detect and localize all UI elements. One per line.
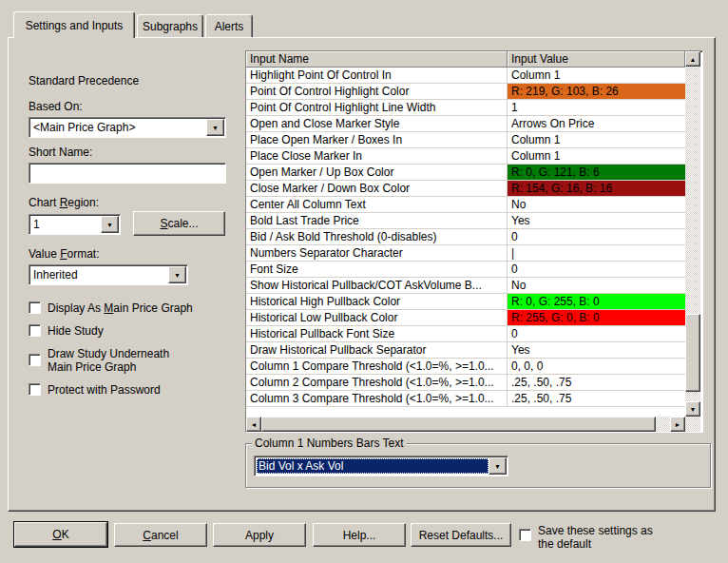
input-value-cell[interactable]: Column 1 <box>508 132 685 148</box>
column1-numbers-bars-dropdown-button[interactable]: ▼ <box>489 457 507 475</box>
input-value-cell[interactable]: 1 <box>508 100 685 116</box>
input-value-cell[interactable]: 0, 0, 0 <box>508 359 685 375</box>
display-as-main-price-graph-checkbox[interactable] <box>29 301 41 314</box>
horizontal-scrollbar-thumb[interactable] <box>261 417 656 432</box>
table-row[interactable]: Place Close Marker InColumn 1 <box>246 148 685 165</box>
scroll-up-button[interactable]: ▲ <box>685 51 700 67</box>
input-value-cell[interactable]: No <box>508 278 685 294</box>
scroll-down-button[interactable]: ▼ <box>685 401 700 417</box>
table-row[interactable]: Open and Close Marker StyleArrows On Pri… <box>246 116 685 132</box>
scroll-right-button[interactable]: ► <box>670 417 685 432</box>
input-name-cell[interactable]: Center All Column Text <box>246 197 508 213</box>
scroll-right-icon: ► <box>675 421 681 428</box>
table-row[interactable]: Draw Historical Pullback SeparatorYes <box>246 342 685 359</box>
table-row[interactable]: Open Marker / Up Box ColorR: 0, G: 121, … <box>246 165 685 181</box>
chart-region-dropdown-button[interactable]: ▼ <box>101 216 119 233</box>
input-value-cell[interactable]: R: 154, G: 16, B: 16 <box>508 181 685 197</box>
table-row[interactable]: Historical Pullback Font Size0 <box>246 326 685 342</box>
input-value-cell[interactable]: Column 1 <box>508 148 685 165</box>
input-name-cell[interactable]: Font Size <box>246 262 508 278</box>
input-value-cell[interactable]: .25, .50, .75 <box>508 375 685 391</box>
value-format-dropdown-button[interactable]: ▼ <box>168 266 186 283</box>
table-row[interactable]: Point Of Control Highlight ColorR: 219, … <box>246 84 685 100</box>
table-row[interactable]: Highlight Point Of Control InColumn 1 <box>246 68 685 84</box>
column-header-input-value[interactable]: Input Value <box>508 51 685 68</box>
input-name-cell[interactable]: Close Marker / Down Box Color <box>246 181 508 197</box>
input-value-cell[interactable]: R: 219, G: 103, B: 26 <box>508 84 685 100</box>
based-on-dropdown-button[interactable]: ▼ <box>206 119 224 136</box>
input-value-cell[interactable]: R: 255, G: 0, B: 0 <box>508 310 685 326</box>
ok-button[interactable]: OK <box>14 522 107 547</box>
short-name-input[interactable] <box>29 163 226 184</box>
study-settings-dialog: Settings and Inputs Subgraphs Alerts Sta… <box>0 0 728 563</box>
value-format-combobox[interactable]: Inherited ▼ <box>29 264 188 285</box>
input-name-cell[interactable]: Historical Pullback Font Size <box>246 326 508 342</box>
table-row[interactable]: Center All Column TextNo <box>246 197 685 213</box>
column-header-input-name[interactable]: Input Name <box>246 51 508 68</box>
table-row[interactable]: Show Historical Pullback/COT AskVolume B… <box>246 278 685 294</box>
input-name-cell[interactable]: Place Close Marker In <box>246 148 508 165</box>
input-name-cell[interactable]: Column 1 Compare Threshold (<1.0=%, >=1.… <box>246 359 508 375</box>
input-name-cell[interactable]: Numbers Separator Character <box>246 245 508 262</box>
scale-button[interactable]: Scale... <box>133 211 225 236</box>
input-name-cell[interactable]: Draw Historical Pullback Separator <box>246 342 508 359</box>
input-name-cell[interactable]: Place Open Marker / Boxes In <box>246 132 508 148</box>
input-value-cell[interactable]: R: 0, G: 121, B: 6 <box>508 165 685 181</box>
input-value-cell[interactable]: Column 1 <box>508 68 685 84</box>
input-name-cell[interactable]: Historical High Pullback Color <box>246 294 508 310</box>
dropdown-arrow-icon: ▼ <box>212 125 219 131</box>
table-row[interactable]: Historical Low Pullback ColorR: 255, G: … <box>246 310 685 326</box>
scroll-left-button[interactable]: ◄ <box>246 417 261 432</box>
vertical-scrollbar-thumb[interactable] <box>685 314 700 392</box>
draw-study-underneath-checkbox[interactable] <box>29 354 41 366</box>
input-name-cell[interactable]: Open and Close Marker Style <box>246 116 508 132</box>
help-button[interactable]: Help... <box>313 523 406 547</box>
input-value-cell[interactable]: 0 <box>508 262 685 278</box>
tab-alerts[interactable]: Alerts <box>205 14 253 37</box>
input-name-cell[interactable]: Point Of Control Highlight Line Width <box>246 100 508 116</box>
table-row[interactable]: Point Of Control Highlight Line Width1 <box>246 100 685 116</box>
input-value-cell[interactable]: No <box>508 197 685 213</box>
dropdown-arrow-icon: ▼ <box>494 463 501 470</box>
based-on-combobox[interactable]: <Main Price Graph> ▼ <box>29 117 226 138</box>
table-row[interactable]: Place Open Marker / Boxes InColumn 1 <box>246 132 685 148</box>
table-row[interactable]: Close Marker / Down Box ColorR: 154, G: … <box>246 181 685 197</box>
table-row[interactable]: Column 1 Compare Threshold (<1.0=%, >=1.… <box>246 359 685 375</box>
input-name-cell[interactable]: Column 2 Compare Threshold (<1.0=%, >=1.… <box>246 375 508 391</box>
tab-settings-and-inputs[interactable]: Settings and Inputs <box>13 11 135 38</box>
hide-study-checkbox[interactable] <box>29 324 41 337</box>
input-value-cell[interactable]: 0 <box>508 326 685 342</box>
tab-subgraphs[interactable]: Subgraphs <box>137 14 203 37</box>
reset-defaults-button[interactable]: Reset Defaults... <box>411 523 511 547</box>
chart-region-combobox[interactable]: 1 ▼ <box>29 214 121 235</box>
protect-with-password-checkbox[interactable] <box>29 383 41 396</box>
input-value-cell[interactable]: R: 0, G: 255, B: 0 <box>508 294 685 310</box>
save-as-default-checkbox[interactable] <box>519 529 531 541</box>
input-value-cell[interactable]: Yes <box>508 342 685 359</box>
table-row[interactable]: Font Size0 <box>246 262 685 278</box>
table-row[interactable]: Column 3 Compare Threshold (<1.0=%, >=1.… <box>246 391 685 407</box>
input-name-cell[interactable]: Highlight Point Of Control In <box>246 68 508 84</box>
apply-button[interactable]: Apply <box>213 523 306 547</box>
input-value-cell[interactable]: | <box>508 245 685 262</box>
input-name-cell[interactable]: Open Marker / Up Box Color <box>246 165 508 181</box>
apply-button-label: Apply <box>245 529 274 542</box>
input-value-cell[interactable]: Yes <box>508 213 685 229</box>
input-name-cell[interactable]: Bid / Ask Bold Threshold (0-disables) <box>246 229 508 245</box>
value-format-label: Value Format: <box>29 247 100 261</box>
input-value-cell[interactable]: 0 <box>508 229 685 245</box>
input-name-cell[interactable]: Bold Last Trade Price <box>246 213 508 229</box>
table-row[interactable]: Bid / Ask Bold Threshold (0-disables)0 <box>246 229 685 245</box>
input-name-cell[interactable]: Show Historical Pullback/COT AskVolume B… <box>246 278 508 294</box>
table-row[interactable]: Numbers Separator Character| <box>246 245 685 262</box>
input-name-cell[interactable]: Point Of Control Highlight Color <box>246 84 508 100</box>
input-value-cell[interactable]: .25, .50, .75 <box>508 391 685 407</box>
input-name-cell[interactable]: Column 3 Compare Threshold (<1.0=%, >=1.… <box>246 391 508 407</box>
column1-numbers-bars-text-combobox[interactable]: Bid Vol x Ask Vol ▼ <box>254 456 508 476</box>
table-row[interactable]: Column 2 Compare Threshold (<1.0=%, >=1.… <box>246 375 685 391</box>
input-name-cell[interactable]: Historical Low Pullback Color <box>246 310 508 326</box>
cancel-button[interactable]: Cancel <box>114 523 207 547</box>
table-row[interactable]: Historical High Pullback ColorR: 0, G: 2… <box>246 294 685 310</box>
table-row[interactable]: Bold Last Trade PriceYes <box>246 213 685 229</box>
input-value-cell[interactable]: Arrows On Price <box>508 116 685 132</box>
